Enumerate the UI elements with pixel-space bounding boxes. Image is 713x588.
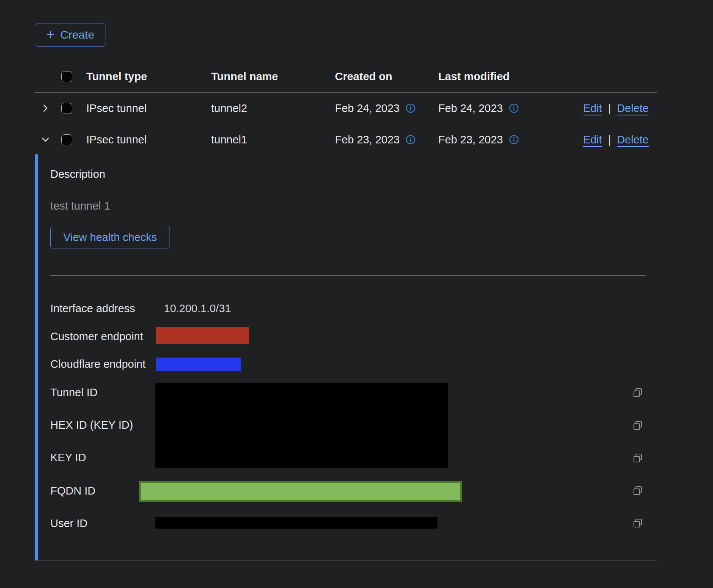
action-separator: | (608, 134, 611, 146)
table-row-tunnel2: IPsec tunnel tunnel2 Feb 24, 2023 Feb 24… (35, 93, 657, 124)
redacted-cloudflare-endpoint (156, 358, 241, 371)
tunnel-details-panel: Description test tunnel 1 View health ch… (35, 154, 657, 561)
copy-tunnel-id-button[interactable] (632, 387, 644, 399)
created-on-cell: Feb 23, 2023 (335, 134, 400, 146)
ipsec-tunnels-page: + Create Tunnel type Tunnel name Created… (0, 0, 713, 588)
cloudflare-endpoint-label: Cloudflare endpoint (50, 358, 146, 370)
tunnel-type-cell: IPsec tunnel (86, 102, 211, 115)
redacted-fqdn-id (139, 481, 462, 502)
select-all-checkbox[interactable] (61, 71, 72, 82)
customer-endpoint-label: Customer endpoint (50, 330, 143, 343)
delete-link[interactable]: Delete (617, 102, 649, 115)
redacted-customer-endpoint (156, 327, 249, 344)
key-id-label: KEY ID (50, 451, 86, 464)
user-id-label: User ID (50, 517, 87, 530)
copy-user-id-button[interactable] (632, 517, 644, 529)
row-checkbox[interactable] (61, 134, 72, 145)
info-icon[interactable] (509, 103, 519, 113)
interface-address-value: 10.200.1.0/31 (164, 302, 231, 315)
created-on-cell: Feb 24, 2023 (335, 102, 400, 115)
column-header-tunnel-type: Tunnel type (86, 70, 211, 83)
copy-key-id-button[interactable] (632, 452, 644, 464)
fqdn-id-label: FQDN ID (50, 485, 95, 497)
accent-bar (35, 154, 38, 560)
edit-link[interactable]: Edit (583, 134, 602, 146)
table-row-tunnel1: IPsec tunnel tunnel1 Feb 23, 2023 Feb 23… (35, 124, 657, 155)
tunnels-table: Tunnel type Tunnel name Created on Last … (35, 61, 657, 155)
collapse-chevron-down-icon[interactable] (40, 134, 51, 145)
delete-link[interactable]: Delete (617, 134, 649, 146)
description-label: Description (50, 168, 105, 180)
tunnel-id-label: Tunnel ID (50, 386, 98, 399)
view-health-checks-button[interactable]: View health checks (50, 226, 170, 249)
column-header-created-on: Created on (335, 70, 438, 83)
table-header-row: Tunnel type Tunnel name Created on Last … (35, 61, 657, 93)
hex-id-label: HEX ID (KEY ID) (50, 419, 133, 431)
tunnel-type-cell: IPsec tunnel (86, 134, 211, 146)
copy-fqdn-id-button[interactable] (632, 485, 644, 497)
tunnel-name-cell: tunnel1 (211, 134, 335, 146)
last-modified-cell: Feb 23, 2023 (438, 134, 503, 146)
expand-chevron-right-icon[interactable] (40, 103, 51, 114)
interface-address-label: Interface address (50, 302, 135, 315)
edit-link[interactable]: Edit (583, 102, 602, 115)
action-separator: | (608, 102, 611, 115)
tunnel-name-cell: tunnel2 (211, 102, 335, 115)
create-button[interactable]: + Create (35, 23, 106, 47)
redacted-user-id (155, 517, 437, 529)
create-button-label: Create (60, 28, 94, 41)
info-icon[interactable] (406, 103, 416, 113)
copy-hex-id-button[interactable] (632, 420, 644, 432)
info-icon[interactable] (406, 135, 416, 145)
last-modified-cell: Feb 24, 2023 (438, 102, 503, 115)
column-header-tunnel-name: Tunnel name (211, 70, 335, 83)
info-icon[interactable] (509, 135, 519, 145)
row-checkbox[interactable] (61, 103, 72, 114)
section-divider (50, 275, 646, 275)
redacted-tunnel-hex-key-ids (155, 383, 448, 468)
plus-icon: + (47, 28, 54, 41)
column-header-last-modified: Last modified (438, 70, 552, 83)
description-value: test tunnel 1 (50, 200, 110, 212)
